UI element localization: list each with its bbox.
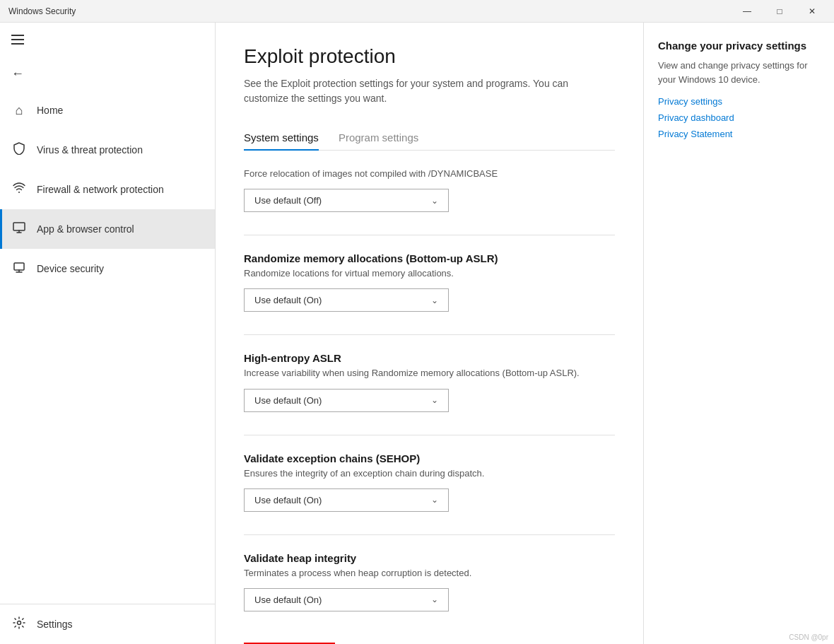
hamburger-menu[interactable] bbox=[0, 23, 215, 57]
tab-system-settings[interactable]: System settings bbox=[244, 126, 319, 151]
sidebar-bottom: Settings bbox=[0, 604, 215, 644]
randomize-memory-arrow: ⌄ bbox=[431, 295, 438, 305]
wifi-icon bbox=[11, 182, 27, 198]
tab-program-settings[interactable]: Program settings bbox=[339, 126, 418, 151]
validate-exception-value: Use default (On) bbox=[254, 495, 322, 505]
page-subtitle: See the Exploit protection settings for … bbox=[244, 76, 597, 106]
maximize-button[interactable]: □ bbox=[763, 0, 796, 23]
privacy-settings-link[interactable]: Privacy settings bbox=[658, 96, 820, 107]
sidebar-item-device-security-label: Device security bbox=[37, 263, 104, 274]
sidebar-item-settings-label: Settings bbox=[37, 619, 73, 630]
back-button[interactable]: ← bbox=[0, 57, 215, 90]
setting-validate-exception: Validate exception chains (SEHOP) Ensure… bbox=[244, 452, 615, 512]
validate-exception-desc: Ensures the integrity of an exception ch… bbox=[244, 467, 597, 480]
high-entropy-desc: Increase variability when using Randomiz… bbox=[244, 367, 597, 380]
app-body: ← ⌂ Home Virus & threat protection bbox=[0, 23, 834, 644]
force-relocation-value: Use default (Off) bbox=[254, 195, 322, 206]
device-icon bbox=[11, 261, 27, 277]
divider-2 bbox=[244, 334, 615, 335]
page-title: Exploit protection bbox=[244, 45, 615, 68]
high-entropy-value: Use default (On) bbox=[254, 395, 322, 406]
randomize-memory-value: Use default (On) bbox=[254, 295, 322, 305]
setting-validate-heap: Validate heap integrity Terminates a pro… bbox=[244, 552, 615, 611]
hamburger-icon bbox=[11, 35, 24, 45]
randomize-memory-dropdown[interactable]: Use default (On) ⌄ bbox=[244, 288, 449, 312]
setting-randomize-memory: Randomize memory allocations (Bottom-up … bbox=[244, 252, 615, 312]
privacy-dashboard-link[interactable]: Privacy dashboard bbox=[658, 112, 820, 123]
monitor-icon bbox=[11, 221, 27, 238]
validate-heap-title: Validate heap integrity bbox=[244, 552, 615, 564]
right-panel-desc: View and change privacy settings for you… bbox=[658, 59, 820, 86]
home-icon: ⌂ bbox=[11, 103, 27, 118]
sidebar-item-virus[interactable]: Virus & threat protection bbox=[0, 130, 215, 170]
gear-icon bbox=[11, 616, 27, 633]
tabs: System settings Program settings bbox=[244, 126, 615, 151]
validate-exception-title: Validate exception chains (SEHOP) bbox=[244, 452, 615, 464]
validate-exception-dropdown[interactable]: Use default (On) ⌄ bbox=[244, 488, 449, 512]
sidebar-item-virus-label: Virus & threat protection bbox=[37, 144, 143, 156]
divider-3 bbox=[244, 435, 615, 435]
force-relocation-arrow: ⌄ bbox=[431, 196, 438, 206]
validate-heap-dropdown[interactable]: Use default (On) ⌄ bbox=[244, 588, 449, 611]
close-button[interactable]: ✕ bbox=[796, 0, 828, 23]
privacy-statement-link[interactable]: Privacy Statement bbox=[658, 129, 820, 139]
watermark: CSDN @0pr bbox=[789, 633, 828, 641]
sidebar-item-home-label: Home bbox=[37, 105, 63, 116]
svg-rect-1 bbox=[14, 263, 24, 270]
randomize-memory-desc: Randomize locations for virtual memory a… bbox=[244, 267, 597, 280]
high-entropy-arrow: ⌄ bbox=[431, 395, 438, 405]
svg-point-2 bbox=[18, 621, 21, 624]
sidebar-item-app-browser[interactable]: App & browser control bbox=[0, 209, 215, 249]
right-panel-title: Change your privacy settings bbox=[658, 40, 820, 52]
shield-icon bbox=[11, 142, 27, 158]
titlebar: Windows Security — □ ✕ bbox=[0, 0, 834, 23]
validate-exception-arrow: ⌄ bbox=[431, 495, 438, 505]
back-arrow-icon: ← bbox=[11, 66, 24, 81]
validate-heap-desc: Terminates a process when heap corruptio… bbox=[244, 567, 597, 580]
force-relocation-dropdown[interactable]: Use default (Off) ⌄ bbox=[244, 189, 449, 212]
randomize-memory-title: Randomize memory allocations (Bottom-up … bbox=[244, 252, 615, 264]
titlebar-controls: — □ ✕ bbox=[731, 0, 828, 23]
validate-heap-value: Use default (On) bbox=[254, 595, 322, 605]
main-content: Exploit protection See the Exploit prote… bbox=[216, 23, 834, 644]
svg-rect-0 bbox=[13, 223, 25, 230]
sidebar: ← ⌂ Home Virus & threat protection bbox=[0, 23, 216, 644]
sidebar-item-firewall-label: Firewall & network protection bbox=[37, 184, 164, 195]
validate-heap-arrow: ⌄ bbox=[431, 595, 438, 604]
divider-1 bbox=[244, 235, 615, 235]
sidebar-item-settings[interactable]: Settings bbox=[0, 604, 215, 644]
right-panel: Change your privacy settings View and ch… bbox=[643, 23, 834, 644]
sidebar-item-firewall[interactable]: Firewall & network protection bbox=[0, 170, 215, 209]
titlebar-title: Windows Security bbox=[8, 6, 731, 16]
high-entropy-dropdown[interactable]: Use default (On) ⌄ bbox=[244, 389, 449, 412]
setting-high-entropy: High-entropy ASLR Increase variability w… bbox=[244, 352, 615, 411]
high-entropy-title: High-entropy ASLR bbox=[244, 352, 615, 364]
content-area: Exploit protection See the Exploit prote… bbox=[216, 23, 643, 644]
divider-4 bbox=[244, 534, 615, 535]
sidebar-item-app-browser-label: App & browser control bbox=[37, 223, 134, 235]
sidebar-item-device-security[interactable]: Device security bbox=[0, 249, 215, 288]
minimize-button[interactable]: — bbox=[731, 0, 763, 23]
force-relocation-desc: Force relocation of images not compiled … bbox=[244, 168, 597, 180]
setting-force-relocation: Force relocation of images not compiled … bbox=[244, 168, 615, 212]
sidebar-item-home[interactable]: ⌂ Home bbox=[0, 90, 215, 130]
